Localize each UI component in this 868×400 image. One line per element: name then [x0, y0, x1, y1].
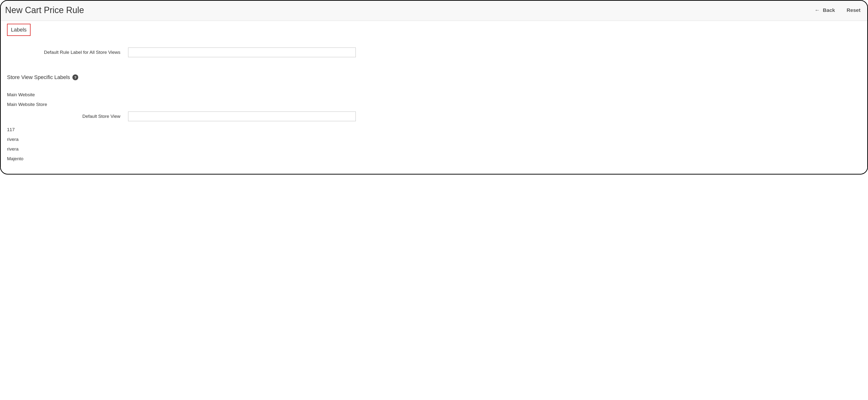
back-arrow-icon: ← [815, 7, 820, 13]
help-icon[interactable]: ? [72, 75, 78, 80]
labels-section-tab[interactable]: Labels [7, 24, 31, 36]
back-button-label: Back [823, 7, 835, 13]
page-title: New Cart Price Rule [5, 5, 84, 15]
default-store-view-input[interactable] [128, 112, 356, 121]
list-item: 117 [7, 127, 861, 132]
header-actions: ← Back Reset [815, 7, 861, 13]
default-rule-label-row: Default Rule Label for All Store Views [7, 48, 861, 57]
store-specific-heading: Store View Specific Labels [7, 74, 70, 81]
default-store-view-row: Default Store View [7, 112, 861, 121]
reset-button[interactable]: Reset [847, 7, 861, 13]
list-item: Majento [7, 156, 861, 162]
default-rule-label-input[interactable] [128, 48, 356, 57]
page-container: New Cart Price Rule ← Back Reset Labels … [0, 0, 868, 175]
back-button[interactable]: ← Back [815, 7, 835, 13]
default-rule-label-text: Default Rule Label for All Store Views [7, 50, 128, 55]
content-area: Labels Default Rule Label for All Store … [1, 21, 867, 173]
list-item: rivera [7, 146, 861, 152]
page-header: New Cart Price Rule ← Back Reset [1, 1, 867, 21]
default-store-view-label: Default Store View [7, 114, 128, 119]
list-item: rivera [7, 137, 861, 142]
store-specific-heading-row: Store View Specific Labels ? [7, 74, 861, 81]
store-group-label: Main Website Store [7, 102, 861, 107]
website-label: Main Website [7, 92, 861, 97]
